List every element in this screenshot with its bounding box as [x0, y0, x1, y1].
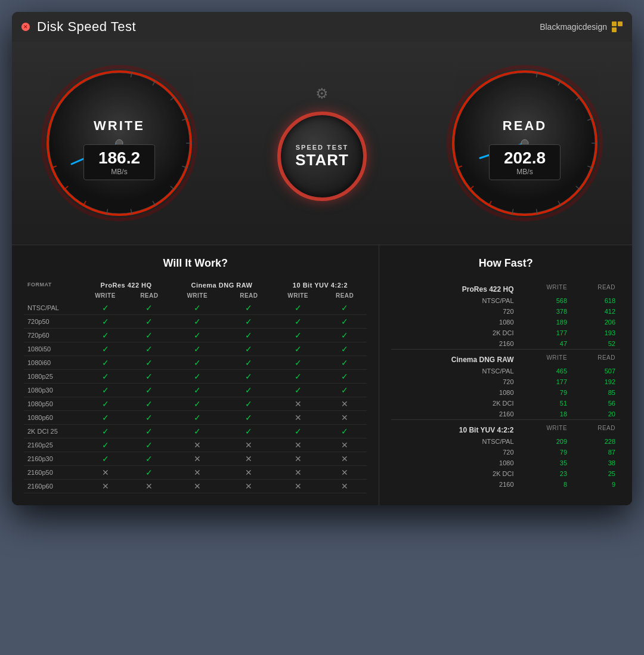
check-icon: ✓: [102, 330, 109, 340]
fast-read-val: 618: [572, 295, 620, 306]
check-icon: ✓: [102, 303, 109, 313]
table-row: 1080i60✓✓✓✓✓✓: [24, 356, 367, 370]
close-button[interactable]: ✕: [21, 23, 30, 31]
check-cell: ✓: [82, 301, 128, 315]
fast-data-row: 2K DCI2325: [391, 468, 620, 479]
yuv-header: 10 Bit YUV 4:2:2: [274, 279, 367, 290]
format-cell: 720p50: [24, 315, 82, 329]
write-label: WRITE: [94, 118, 145, 134]
fast-write-val: 79: [519, 387, 572, 398]
cross-cell: ✕: [274, 480, 323, 493]
format-cell: 2160p25: [24, 438, 82, 452]
check-icon: ✓: [245, 344, 252, 354]
check-cell: ✓: [274, 301, 323, 315]
format-col-sub: [24, 290, 82, 301]
table-row: 2160p60✕✕✕✕✕✕: [24, 480, 367, 493]
check-icon: ✓: [295, 330, 302, 340]
check-icon: ✓: [194, 303, 201, 313]
check-icon: ✓: [194, 399, 201, 409]
cross-cell: ✕: [224, 438, 273, 452]
check-icon: ✓: [145, 372, 153, 381]
table-row: 2K DCI 25✓✓✓✓✓✓: [24, 425, 367, 438]
check-icon: ✓: [102, 440, 109, 450]
cross-cell: ✕: [170, 452, 224, 466]
check-cell: ✓: [128, 411, 170, 425]
fast-read-val: 412: [572, 306, 620, 317]
table-row: 1080p60✓✓✓✓✕✕: [24, 411, 367, 425]
fast-row-label: 2K DCI: [391, 468, 518, 479]
check-cell: ✓: [128, 452, 170, 466]
check-icon: ✓: [341, 358, 348, 367]
check-icon: ✓: [245, 358, 252, 367]
fast-read-val: 192: [572, 376, 620, 387]
cross-cell: ✕: [170, 438, 224, 452]
read-value-box: 202.8 MB/s: [489, 144, 561, 180]
cross-icon: ✕: [295, 481, 302, 491]
check-icon: ✓: [341, 372, 348, 381]
fast-write-header: WRITE: [519, 350, 572, 366]
fast-read-val: 206: [572, 317, 620, 328]
fast-row-label: NTSC/PAL: [391, 295, 518, 306]
read-gauge: READ 202.8 MB/s: [441, 60, 608, 227]
check-icon: ✓: [295, 385, 302, 395]
cross-icon: ✕: [245, 454, 252, 464]
check-icon: ✓: [341, 303, 348, 313]
check-icon: ✓: [194, 344, 201, 354]
fast-write-val: 8: [519, 479, 572, 490]
brand-dot-1: [612, 21, 617, 26]
check-cell: ✓: [323, 384, 367, 397]
check-icon: ✓: [194, 427, 201, 436]
start-button-line1: SPEED TEST: [296, 144, 348, 151]
check-icon: ✓: [245, 317, 252, 326]
check-cell: ✓: [274, 356, 323, 370]
will-it-work-title: Will It Work?: [24, 257, 367, 270]
format-cell: 1080i50: [24, 342, 82, 356]
check-icon: ✓: [145, 358, 153, 367]
gear-icon[interactable]: ⚙: [315, 85, 329, 102]
check-cell: ✓: [274, 315, 323, 329]
fast-data-row: 720378412: [391, 306, 620, 317]
check-cell: ✓: [170, 384, 224, 397]
fast-write-val: 177: [519, 328, 572, 338]
cross-icon: ✕: [194, 468, 201, 477]
check-cell: ✓: [128, 301, 170, 315]
start-button[interactable]: SPEED TEST START: [277, 112, 367, 201]
will-it-work-panel: Will It Work? FORMAT ProRes 422 HQ Cinem…: [12, 245, 379, 505]
brand-area: Blackmagicdesign: [540, 21, 623, 32]
fast-data-row: 2K DCI177193: [391, 328, 620, 338]
cross-icon: ✕: [194, 454, 201, 464]
fast-write-val: 51: [519, 398, 572, 409]
fast-group-header-row: Cinema DNG RAWWRITEREAD: [391, 350, 620, 366]
fast-write-val: 568: [519, 295, 572, 306]
cross-cell: ✕: [323, 411, 367, 425]
check-cell: ✓: [323, 356, 367, 370]
format-cell: 1080p60: [24, 411, 82, 425]
cross-icon: ✕: [295, 440, 302, 450]
check-icon: ✓: [194, 330, 201, 340]
check-cell: ✓: [224, 384, 273, 397]
check-cell: ✓: [82, 315, 128, 329]
cross-cell: ✕: [323, 452, 367, 466]
check-icon: ✓: [102, 317, 109, 326]
format-cell: 1080p25: [24, 370, 82, 384]
brand-text: Blackmagicdesign: [540, 22, 607, 32]
check-icon: ✓: [145, 468, 153, 477]
check-icon: ✓: [245, 385, 252, 395]
check-cell: ✓: [82, 452, 128, 466]
check-cell: ✓: [82, 329, 128, 342]
check-cell: ✓: [82, 370, 128, 384]
check-cell: ✓: [170, 411, 224, 425]
check-icon: ✓: [194, 358, 201, 367]
write-col-2: WRITE: [170, 290, 224, 301]
fast-row-label: NTSC/PAL: [391, 436, 518, 447]
table-row: 2160p50✕✓✕✕✕✕: [24, 466, 367, 480]
fast-data-row: NTSC/PAL568618: [391, 295, 620, 306]
check-cell: ✓: [224, 342, 273, 356]
prores-header: ProRes 422 HQ: [82, 279, 171, 290]
fast-row-label: 720: [391, 306, 518, 317]
cross-cell: ✕: [170, 466, 224, 480]
fast-data-row: NTSC/PAL465507: [391, 366, 620, 376]
check-icon: ✓: [245, 399, 252, 409]
check-icon: ✓: [145, 330, 153, 340]
cross-icon: ✕: [295, 468, 302, 477]
